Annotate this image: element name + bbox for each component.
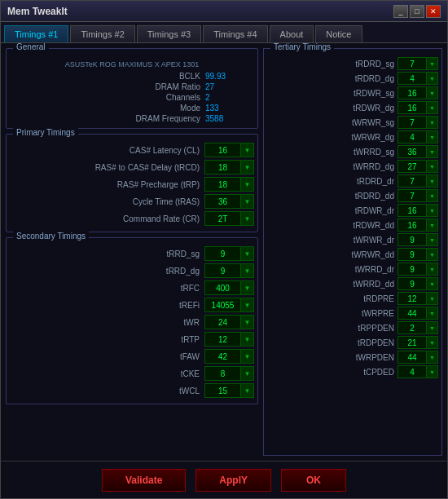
secondary-input-1[interactable] (204, 263, 241, 278)
tertiary-dropdown-14[interactable]: ▼ (427, 263, 438, 276)
tertiary-input-14[interactable] (397, 263, 427, 276)
tertiary-input-2[interactable] (397, 86, 427, 99)
ok-button[interactable]: OK (281, 469, 346, 492)
dram-ratio-label: DRAM Ratio (155, 82, 200, 91)
tertiary-row-8: tRDRD_dr ▼ (267, 174, 438, 188)
secondary-input-5[interactable] (204, 332, 241, 347)
primary-input-2[interactable] (204, 177, 241, 192)
tertiary-row-6: tWRRD_sg ▼ (267, 145, 438, 158)
primary-input-1[interactable] (204, 160, 241, 174)
primary-row-4: Command Rate (CR) ▼ (10, 211, 254, 226)
tertiary-dropdown-17[interactable]: ▼ (427, 307, 438, 320)
primary-dropdown-3[interactable]: ▼ (241, 194, 254, 209)
secondary-dropdown-8[interactable]: ▼ (241, 383, 254, 398)
secondary-input-7[interactable] (204, 366, 241, 381)
apply-button[interactable]: ApplY (195, 469, 271, 492)
main-content: General ASUSTeK ROG MAXIMUS X APEX 1301 … (1, 43, 447, 461)
dram-ratio-value: 27 (205, 82, 254, 91)
secondary-input-0[interactable] (204, 246, 241, 261)
tab-timings4[interactable]: Timings #4 (203, 25, 267, 42)
tertiary-input-5[interactable] (397, 130, 427, 144)
primary-input-4[interactable] (204, 211, 241, 226)
secondary-label-2: tRFC (10, 284, 200, 293)
tertiary-input-12[interactable] (397, 233, 427, 246)
tertiary-dropdown-18[interactable]: ▼ (427, 321, 438, 334)
secondary-row-7: tCKE ▼ (10, 366, 254, 381)
primary-dropdown-0[interactable]: ▼ (241, 143, 254, 157)
tab-about[interactable]: About (270, 25, 314, 42)
tertiary-dropdown-4[interactable]: ▼ (427, 116, 438, 129)
secondary-input-6[interactable] (204, 349, 241, 364)
primary-dropdown-4[interactable]: ▼ (241, 211, 254, 226)
secondary-input-3[interactable] (204, 298, 241, 312)
tab-timings1[interactable]: Timings #1 (4, 25, 68, 42)
tertiary-input-20[interactable] (397, 351, 427, 364)
tertiary-input-11[interactable] (397, 219, 427, 232)
tertiary-label-11: tRDWR_dd (267, 221, 394, 230)
secondary-dropdown-5[interactable]: ▼ (241, 332, 254, 347)
tab-bar: Timings #1 Timings #2 Timings #3 Timings… (1, 22, 447, 43)
window-controls: _ □ ✕ (393, 5, 441, 18)
tertiary-row-12: tWRWR_dr ▼ (267, 233, 438, 246)
secondary-dropdown-0[interactable]: ▼ (241, 246, 254, 261)
tertiary-input-8[interactable] (397, 174, 427, 188)
tertiary-dropdown-9[interactable]: ▼ (427, 189, 438, 202)
primary-dropdown-2[interactable]: ▼ (241, 177, 254, 192)
tertiary-input-9[interactable] (397, 189, 427, 202)
tertiary-dropdown-1[interactable]: ▼ (427, 72, 438, 85)
tertiary-input-10[interactable] (397, 204, 427, 217)
tertiary-input-6[interactable] (397, 145, 427, 158)
tertiary-input-16[interactable] (397, 292, 427, 305)
tertiary-dropdown-5[interactable]: ▼ (427, 130, 438, 144)
secondary-dropdown-7[interactable]: ▼ (241, 366, 254, 381)
tertiary-dropdown-6[interactable]: ▼ (427, 145, 438, 158)
primary-input-0[interactable] (204, 143, 241, 157)
tab-timings2[interactable]: Timings #2 (70, 25, 134, 42)
tertiary-input-17[interactable] (397, 307, 427, 320)
primary-input-3[interactable] (204, 194, 241, 209)
primary-label-4: Command Rate (CR) (10, 214, 200, 223)
tertiary-input-19[interactable] (397, 336, 427, 349)
tertiary-input-15[interactable] (397, 277, 427, 290)
minimize-button[interactable]: _ (393, 5, 408, 18)
primary-dropdown-1[interactable]: ▼ (241, 160, 254, 174)
tertiary-input-7[interactable] (397, 160, 427, 173)
tertiary-input-21[interactable] (397, 365, 427, 378)
secondary-input-2[interactable] (204, 280, 241, 295)
tertiary-dropdown-2[interactable]: ▼ (427, 86, 438, 99)
tab-timings3[interactable]: Timings #3 (137, 25, 201, 42)
tertiary-input-4[interactable] (397, 116, 427, 129)
tertiary-input-13[interactable] (397, 248, 427, 261)
tertiary-dropdown-21[interactable]: ▼ (427, 365, 438, 378)
tertiary-dropdown-15[interactable]: ▼ (427, 277, 438, 290)
tertiary-dropdown-8[interactable]: ▼ (427, 174, 438, 188)
tertiary-dropdown-10[interactable]: ▼ (427, 204, 438, 217)
tab-notice[interactable]: Notice (315, 25, 362, 42)
tertiary-input-3[interactable] (397, 101, 427, 114)
validate-button[interactable]: Validate (102, 469, 186, 492)
tertiary-dropdown-11[interactable]: ▼ (427, 219, 438, 232)
tertiary-dropdown-7[interactable]: ▼ (427, 160, 438, 173)
close-button[interactable]: ✕ (426, 5, 441, 18)
tertiary-input-0[interactable] (397, 57, 427, 70)
secondary-dropdown-6[interactable]: ▼ (241, 349, 254, 364)
tertiary-dropdown-20[interactable]: ▼ (427, 351, 438, 364)
tertiary-row-13: tWRWR_dd ▼ (267, 248, 438, 261)
tertiary-dropdown-0[interactable]: ▼ (427, 57, 438, 70)
secondary-input-8[interactable] (204, 383, 241, 398)
tertiary-dropdown-3[interactable]: ▼ (427, 101, 438, 114)
secondary-dropdown-3[interactable]: ▼ (241, 298, 254, 312)
tertiary-dropdown-19[interactable]: ▼ (427, 336, 438, 349)
secondary-dropdown-4[interactable]: ▼ (241, 315, 254, 329)
tertiary-dropdown-12[interactable]: ▼ (427, 233, 438, 246)
secondary-dropdown-2[interactable]: ▼ (241, 280, 254, 295)
primary-label-2: RAS# Precharge (tRP) (10, 180, 200, 189)
tertiary-dropdown-16[interactable]: ▼ (427, 292, 438, 305)
tertiary-input-18[interactable] (397, 321, 427, 334)
maximize-button[interactable]: □ (410, 5, 424, 18)
dram-ratio-row: DRAM Ratio 27 (10, 82, 254, 91)
tertiary-input-1[interactable] (397, 72, 427, 85)
secondary-dropdown-1[interactable]: ▼ (241, 263, 254, 278)
tertiary-dropdown-13[interactable]: ▼ (427, 248, 438, 261)
secondary-input-4[interactable] (204, 315, 241, 329)
